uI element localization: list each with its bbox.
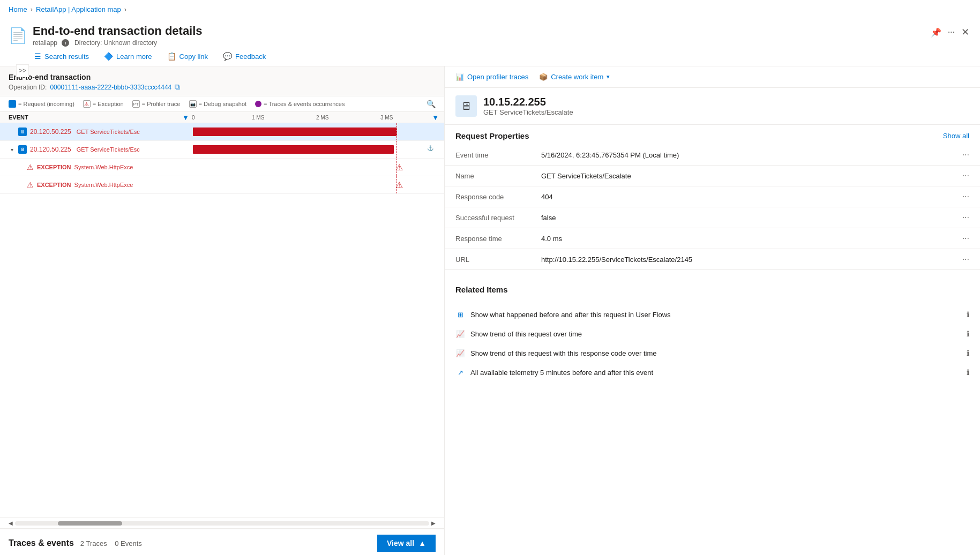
time-mark-2ms: 2 MS [316,115,328,121]
copy-operation-id-icon[interactable]: ⧉ [175,82,180,92]
list-item[interactable]: 📈 Show trend of this request with this r… [445,343,980,363]
property-more-button[interactable]: ··· [962,254,969,264]
subtitle-dir: Directory: Unknown directory [74,39,157,47]
scroll-right-button[interactable]: ▶ [431,520,436,526]
scrollbar-thumb[interactable] [58,521,122,526]
server-method: GET ServiceTickets/Escalate [483,108,573,116]
search-results-icon: ☰ [34,52,41,61]
property-more-button[interactable]: ··· [962,150,969,160]
scrollbar-area: ◀ ▶ [0,518,444,528]
chevron-down-icon: ▾ [607,73,610,80]
request-legend-box [9,100,16,108]
property-more-button[interactable]: ··· [962,171,969,181]
time-mark-0: 0 [192,115,195,121]
transaction-header: End-to-end transaction Operation ID: 000… [0,66,444,96]
debug-legend-box: 📷 [189,100,197,108]
exception-label: EXCEPTION [37,164,71,170]
property-more-button[interactable]: ··· [962,234,969,243]
dashed-line [397,123,397,140]
right-toolbar: 📊 Open profiler traces 📦 Create work ite… [445,66,980,88]
pin-button[interactable]: 📌 [929,25,944,40]
learn-more-icon: 🔷 [104,52,113,61]
breadcrumb-home[interactable]: Home [9,5,27,13]
event-ip[interactable]: 20.120.50.225 [30,128,71,136]
list-item[interactable]: ⊞ Show what happened before and after th… [445,305,980,324]
exception-text: System.Web.HttpExce [74,164,133,170]
left-panel: End-to-end transaction Operation ID: 000… [0,66,445,555]
server-icon: 🖥 [18,145,27,154]
info-icon[interactable]: ℹ [967,349,969,357]
properties-table: Event time 5/16/2024, 6:23:45.7675354 PM… [445,145,980,270]
info-icon[interactable]: ℹ [967,310,969,319]
filter-icon-left: ▼ [182,114,189,122]
scrollbar-track[interactable] [15,521,429,526]
trend-response-icon: 📈 [455,349,465,357]
traces-footer: Traces & events 2 Traces 0 Events View a… [0,528,444,555]
property-row: Name GET ServiceTickets/Escalate ··· [445,166,980,186]
expand-button[interactable] [9,129,15,135]
close-button[interactable]: ✕ [959,24,971,40]
panel-header: 📄 End-to-end transaction details retaila… [0,19,980,47]
search-results-button[interactable]: ☰ Search results [27,50,96,63]
info-icon: i [62,39,69,47]
subtitle-app: retailapp [33,39,57,47]
timeline-body[interactable]: 🖥 20.120.50.225 GET ServiceTickets/Esc ▾… [0,123,444,518]
event-method: GET ServiceTickets/Esc [77,146,140,153]
traces-legend-circle [255,101,261,107]
related-items-section: Related Items [445,279,980,298]
property-row: URL http://10.15.22.255/ServiceTickets/E… [445,249,980,270]
main-area: End-to-end transaction Operation ID: 000… [0,66,980,555]
table-row[interactable]: ⚠ EXCEPTION System.Web.HttpExce ⚠ [0,176,444,194]
exception-label: EXCEPTION [37,182,71,188]
timeline-bar [193,145,394,154]
learn-more-button[interactable]: 🔷 Learn more [96,50,159,63]
transaction-title: End-to-end transaction [9,73,436,81]
property-row: Successful request false ··· [445,207,980,228]
property-more-button[interactable]: ··· [962,192,969,201]
sidebar-toggle[interactable]: >> [16,64,29,77]
expand-button[interactable] [17,164,24,170]
event-column-header: EVENT [9,114,28,121]
search-icon[interactable]: 🔍 [427,100,436,108]
property-more-button[interactable]: ··· [962,213,969,222]
telemetry-icon: ↗ [455,369,465,377]
list-item[interactable]: 📈 Show trend of this request over time ℹ [445,324,980,343]
timeline-header: EVENT ▼ 0 1 MS 2 MS 3 MS ▼ [0,112,444,123]
view-all-button[interactable]: View all ▲ [377,535,436,552]
event-method: GET ServiceTickets/Esc [77,129,140,135]
dashed-line [397,176,397,193]
list-item[interactable]: ↗ All available telemetry 5 minutes befo… [445,363,980,382]
dashed-line [397,141,397,158]
table-row[interactable]: 🖥 20.120.50.225 GET ServiceTickets/Esc [0,123,444,141]
create-work-item-button[interactable]: 📦 Create work item ▾ [539,73,610,81]
breadcrumb-app[interactable]: RetailApp | Application map [36,5,121,13]
server-avatar-icon: 🖥 [461,100,472,112]
warning-icon: ⚠ [27,181,34,189]
info-icon[interactable]: ℹ [967,368,969,377]
feedback-button[interactable]: 💬 Feedback [215,50,273,63]
open-profiler-button[interactable]: 📊 Open profiler traces [455,73,528,81]
toolbar: >> ☰ Search results 🔷 Learn more 📋 Copy … [0,47,980,66]
collapse-button[interactable]: ▾ [9,147,15,153]
expand-button[interactable] [17,182,24,188]
event-ip[interactable]: 20.120.50.225 [30,146,71,153]
legend: = Request (incoming) ⚠ = Exception PT = … [0,96,444,112]
copy-link-button[interactable]: 📋 Copy link [160,50,215,63]
show-all-button[interactable]: Show all [943,132,969,140]
timeline-bar [193,128,397,136]
related-items-list: ⊞ Show what happened before and after th… [445,298,980,388]
warning-icon: ⚠ [27,163,34,171]
panel-subtitle: retailapp i Directory: Unknown directory [33,39,203,47]
info-icon[interactable]: ℹ [967,329,969,338]
traces-count: 2 Traces 0 Events [80,539,142,548]
anchor-icon[interactable]: ⚓ [427,145,433,151]
table-row[interactable]: ⚠ EXCEPTION System.Web.HttpExce ⚠ [0,159,444,176]
property-row: Response code 404 ··· [445,186,980,207]
scroll-left-button[interactable]: ◀ [9,520,13,526]
table-row[interactable]: ▾ 🖥 20.120.50.225 GET ServiceTickets/Esc… [0,141,444,159]
server-avatar: 🖥 [455,95,477,117]
more-options-button[interactable]: ··· [946,25,957,39]
chevron-up-icon: ▲ [418,539,426,548]
server-ip: 10.15.22.255 [483,96,573,108]
traces-title: Traces & events [9,538,74,548]
